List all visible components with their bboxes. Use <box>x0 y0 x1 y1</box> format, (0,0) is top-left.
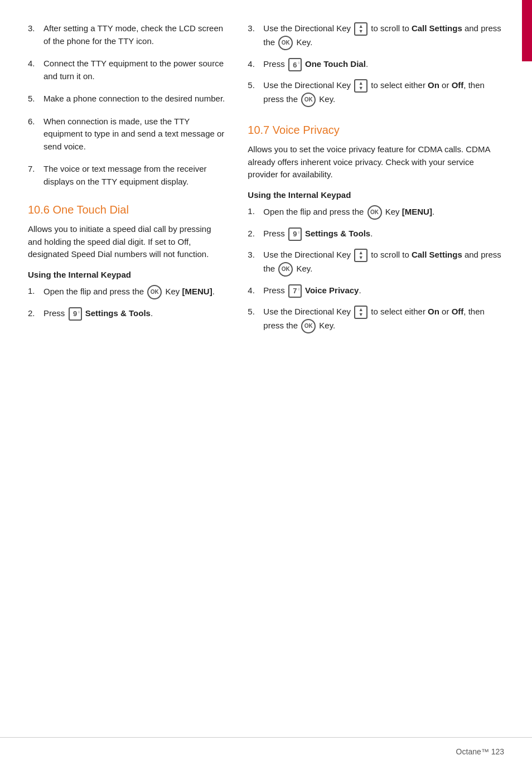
vp-step-1: 1. Open the flip and press the OK Key [M… <box>248 205 504 220</box>
num9-key-icon: 9i <box>69 307 82 321</box>
dir-key-icon: ▲▼ <box>354 306 367 319</box>
step-text: After setting a TTY mode, check the LCD … <box>43 22 225 47</box>
step-num: 3. <box>248 249 263 262</box>
tty-step-4: 4. Connect the TTY equipment to the powe… <box>28 57 225 83</box>
ok-key-icon: OK <box>301 319 316 333</box>
ok-key-icon: OK <box>147 285 162 299</box>
ok-key-icon: OK <box>278 36 293 50</box>
voice-privacy-steps: 1. Open the flip and press the OK Key [M… <box>248 205 504 333</box>
step-text: Press 6i One Touch Dial. <box>263 58 368 71</box>
ok-key-icon: OK <box>278 262 293 277</box>
step-num: 7. <box>28 163 43 176</box>
page-footer: Octane™ 123 <box>0 737 532 765</box>
dir-key-icon: ▲▼ <box>354 22 367 36</box>
step-num: 4. <box>248 284 263 297</box>
vp-step-5: 5. Use the Directional Key ▲▼ to select … <box>248 306 504 333</box>
one-touch-dial-desc: Allows you to initiate a speed dial call… <box>28 223 225 261</box>
step-num: 4. <box>248 58 263 71</box>
voice-privacy-title: 10.7 Voice Privacy <box>248 124 504 137</box>
step-text: Open the flip and press the OK Key [MENU… <box>43 285 215 299</box>
one-touch-dial-steps-left: 1. Open the flip and press the OK Key [M… <box>28 285 225 321</box>
step-text: Make a phone connection to the desired n… <box>43 93 225 105</box>
otd-step-2: 2. Press 9i Settings & Tools. <box>28 307 225 321</box>
internal-keypad-heading-left: Using the Internal Keypad <box>28 270 225 279</box>
otd-step-4: 4. Press 6i One Touch Dial. <box>248 58 504 71</box>
vp-step-4: 4. Press 7i Voice Privacy. <box>248 284 504 298</box>
ok-key-icon: OK <box>367 205 382 220</box>
vp-step-2: 2. Press 9i Settings & Tools. <box>248 227 504 241</box>
one-touch-dial-title: 10.6 One Touch Dial <box>28 204 225 216</box>
step-num: 2. <box>248 227 263 240</box>
step-num: 5. <box>248 306 263 318</box>
step-text: Open the flip and press the OK Key [MENU… <box>263 205 434 220</box>
tty-step-7: 7. The voice or text message from the re… <box>28 163 225 188</box>
vp-step-3: 3. Use the Directional Key ▲▼ to scroll … <box>248 249 504 277</box>
dir-key-icon: ▲▼ <box>354 249 367 262</box>
step-num: 4. <box>28 57 43 70</box>
step-text: Connect the TTY equipment to the power s… <box>43 57 225 83</box>
step-num: 5. <box>248 79 263 92</box>
one-touch-dial-steps-right: 3. Use the Directional Key ▲▼ to scroll … <box>248 22 504 107</box>
num7-key-icon: 7i <box>288 284 302 298</box>
right-column: 3. Use the Directional Key ▲▼ to scroll … <box>242 22 504 732</box>
step-num: 3. <box>248 22 263 35</box>
left-column: 3. After setting a TTY mode, check the L… <box>28 22 242 732</box>
step-text: Use the Directional Key ▲▼ to scroll to … <box>263 22 504 50</box>
otd-step-5: 5. Use the Directional Key ▲▼ to select … <box>248 79 504 107</box>
step-num: 1. <box>248 205 263 218</box>
tty-steps-list: 3. After setting a TTY mode, check the L… <box>28 22 225 188</box>
step-num: 1. <box>28 285 43 298</box>
step-text: Use the Directional Key ▲▼ to select eit… <box>263 306 504 333</box>
otd-step-3: 3. Use the Directional Key ▲▼ to scroll … <box>248 22 504 50</box>
step-num: 2. <box>28 307 43 320</box>
footer-page-text: Octane™ 123 <box>456 747 504 756</box>
red-tab-decoration <box>522 0 532 61</box>
dir-key-icon: ▲▼ <box>354 79 367 93</box>
voice-privacy-desc: Allows you to set the voice privacy feat… <box>248 143 504 181</box>
otd-step-1: 1. Open the flip and press the OK Key [M… <box>28 285 225 299</box>
tty-step-6: 6. When connection is made, use the TTY … <box>28 115 225 153</box>
page-container: 3. After setting a TTY mode, check the L… <box>0 0 532 765</box>
num9-key-icon: 9i <box>288 227 302 241</box>
internal-keypad-heading-right: Using the Internal Keypad <box>248 190 504 200</box>
num6-key-icon: 6i <box>288 58 302 71</box>
step-num: 3. <box>28 22 43 35</box>
step-text: Press 7i Voice Privacy. <box>263 284 361 298</box>
step-text: The voice or text message from the recei… <box>43 163 225 188</box>
step-text: Press 9i Settings & Tools. <box>43 307 153 321</box>
step-text: Press 9i Settings & Tools. <box>263 227 373 241</box>
ok-key-icon: OK <box>301 93 316 107</box>
content-area: 3. After setting a TTY mode, check the L… <box>0 0 532 765</box>
step-text: Use the Directional Key ▲▼ to select eit… <box>263 79 504 107</box>
step-text: Use the Directional Key ▲▼ to scroll to … <box>263 249 504 277</box>
step-num: 6. <box>28 115 43 128</box>
tty-step-3: 3. After setting a TTY mode, check the L… <box>28 22 225 47</box>
tty-step-5: 5. Make a phone connection to the desire… <box>28 93 225 105</box>
step-num: 5. <box>28 93 43 105</box>
step-text: When connection is made, use the TTY equ… <box>43 115 225 153</box>
